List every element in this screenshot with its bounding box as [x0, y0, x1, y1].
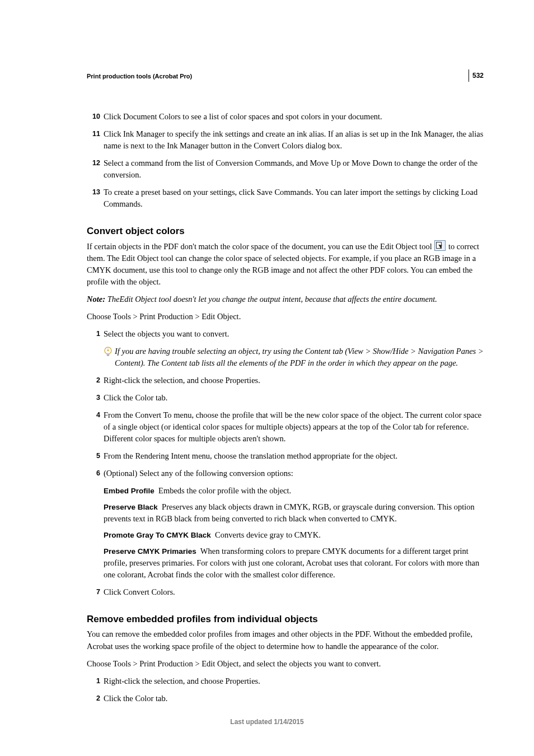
item-number: 7	[87, 586, 100, 598]
option: Preserve Black Preserves any black objec…	[104, 501, 484, 525]
edit-object-tool-icon	[434, 240, 446, 251]
list-item: 10 Click Document Colors to see a list o…	[87, 111, 484, 123]
item-text: From the Rendering Intent menu, choose t…	[104, 450, 484, 462]
item-text: Click Convert Colors.	[104, 586, 484, 598]
item-text: Right-click the selection, and choose Pr…	[104, 375, 484, 386]
item-text: Click Ink Manager to specify the ink set…	[104, 128, 484, 152]
list-item: 12 Select a command from the list of Con…	[87, 157, 484, 181]
running-head: Print production tools (Acrobat Pro)	[87, 73, 484, 80]
list-item: 2 Click the Color tab.	[87, 693, 484, 704]
list-item: 3 Click the Color tab.	[87, 392, 484, 404]
item-text: Select a command from the list of Conver…	[104, 157, 484, 181]
item-number: 2	[87, 693, 100, 704]
option: Preserve CMYK Primaries When transformin…	[104, 545, 484, 581]
steps-list: 1 Right-click the selection, and choose …	[87, 675, 484, 704]
option-head: Preserve CMYK Primaries	[104, 547, 196, 556]
continued-list: 10 Click Document Colors to see a list o…	[87, 111, 484, 210]
list-item: 13 To create a preset based on your sett…	[87, 186, 484, 210]
option-body: Preserves any black objects drawn in CMY…	[104, 502, 475, 523]
item-text: From the Convert To menu, choose the pro…	[104, 409, 484, 445]
note-label: Note:	[87, 295, 105, 304]
list-item: 5 From the Rendering Intent menu, choose…	[87, 450, 484, 462]
list-item: 1 Select the objects you want to convert…	[87, 328, 484, 340]
options-block: Embed Profile Embeds the color profile w…	[104, 485, 484, 581]
item-number: 12	[87, 157, 100, 181]
option: Embed Profile Embeds the color profile w…	[104, 485, 484, 497]
item-text: Right-click the selection, and choose Pr…	[104, 675, 484, 687]
item-number: 13	[87, 186, 100, 210]
item-number: 6	[87, 468, 100, 479]
intro-paragraph: You can remove the embedded color profil…	[87, 628, 484, 652]
list-item: 4 From the Convert To menu, choose the p…	[87, 409, 484, 445]
note-body: TheEdit Object tool doesn't let you chan…	[105, 295, 437, 304]
item-number: 3	[87, 392, 100, 404]
intro-paragraph: If certain objects in the PDF don't matc…	[87, 240, 484, 288]
option-head: Preserve Black	[104, 503, 158, 511]
option-body: Embeds the color profile with the object…	[158, 486, 291, 495]
item-number: 10	[87, 111, 100, 123]
option: Promote Gray To CMYK Black Converts devi…	[104, 529, 484, 541]
page: 532 Print production tools (Acrobat Pro)…	[0, 0, 534, 754]
option-head: Promote Gray To CMYK Black	[104, 531, 211, 539]
item-number: 11	[87, 128, 100, 152]
item-number: 5	[87, 450, 100, 462]
section-heading-convert-object-colors: Convert object colors	[87, 226, 484, 237]
list-item: 7 Click Convert Colors.	[87, 586, 484, 598]
item-text: (Optional) Select any of the following c…	[104, 468, 484, 479]
list-item: 2 Right-click the selection, and choose …	[87, 375, 484, 386]
item-number: 2	[87, 375, 100, 386]
item-number: 1	[87, 675, 100, 687]
item-text: Click Document Colors to see a list of c…	[104, 111, 484, 123]
lead-paragraph: Choose Tools > Print Production > Edit O…	[87, 311, 484, 323]
item-number: 4	[87, 409, 100, 445]
tip-block: If you are having trouble selecting an o…	[104, 346, 484, 369]
option-body: Converts device gray to CMYK.	[215, 530, 321, 539]
list-item: 11 Click Ink Manager to specify the ink …	[87, 128, 484, 152]
list-item: 6 (Optional) Select any of the following…	[87, 468, 484, 479]
item-text: Click the Color tab.	[104, 392, 484, 404]
page-number: 532	[469, 69, 484, 82]
steps-list: 7 Click Convert Colors.	[87, 586, 484, 598]
item-text: Click the Color tab.	[104, 693, 484, 704]
steps-list: 2 Right-click the selection, and choose …	[87, 375, 484, 479]
steps-list: 1 Select the objects you want to convert…	[87, 328, 484, 340]
item-number: 1	[87, 328, 100, 340]
option-head: Embed Profile	[104, 487, 154, 495]
lightbulb-icon	[104, 347, 115, 370]
tip-text: If you are having trouble selecting an o…	[115, 346, 484, 369]
note-paragraph: Note: TheEdit Object tool doesn't let yo…	[87, 293, 484, 305]
section-heading-remove-embedded-profiles: Remove embedded profiles from individual…	[87, 614, 484, 625]
intro-pre: If certain objects in the PDF don't matc…	[87, 242, 434, 251]
list-item: 1 Right-click the selection, and choose …	[87, 675, 484, 687]
lead-paragraph: Choose Tools > Print Production > Edit O…	[87, 658, 484, 670]
footer-last-updated: Last updated 1/14/2015	[0, 718, 534, 726]
item-text: To create a preset based on your setting…	[104, 186, 484, 210]
item-text: Select the objects you want to convert.	[104, 328, 484, 340]
